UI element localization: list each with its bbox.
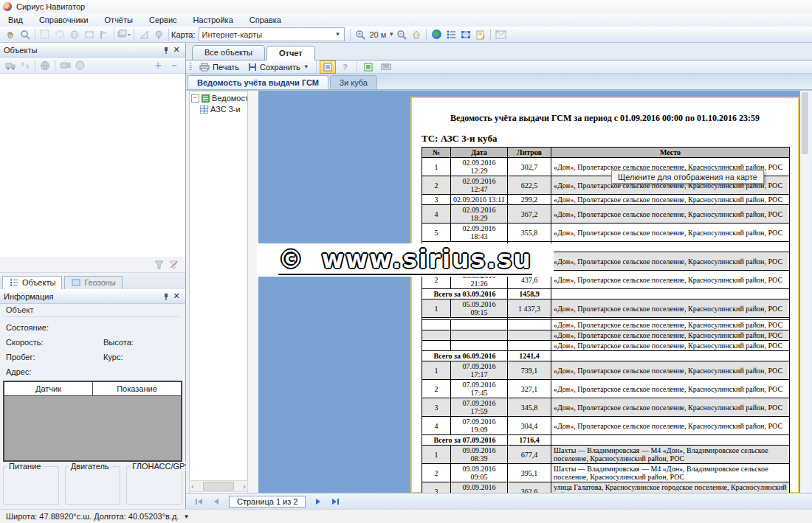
cell-num[interactable]: 2	[422, 380, 451, 398]
export-button[interactable]	[360, 60, 376, 74]
cell-date[interactable]	[451, 341, 508, 351]
objects-tree[interactable]	[0, 74, 185, 257]
cell-date[interactable]: 02.09.2016 18:29	[451, 205, 508, 224]
cell-place[interactable]: «Дон», Пролетарское сельское поселение, …	[551, 195, 790, 205]
cell-liters[interactable]: 302,7	[508, 158, 551, 176]
report-data-row[interactable]: 209.09.2016 09:05395,1Шахты — Владимиров…	[422, 464, 790, 482]
cell-liters[interactable]: 345,8	[508, 398, 551, 417]
layers-dropdown-icon[interactable]	[117, 28, 131, 41]
cell-liters[interactable]: 622,5	[508, 176, 551, 195]
home-icon[interactable]	[410, 28, 423, 41]
cell-date[interactable]: 02.09.2016 13:11	[451, 195, 508, 205]
report-data-row[interactable]: 109.09.2016 08:39677,4Шахты — Владимиров…	[422, 446, 790, 464]
report-data-row[interactable]: 105.09.2016 09:151 437,3«Дон», Пролетарс…	[422, 299, 790, 318]
cell-place[interactable]: «Дон», Пролетарское сельское поселение, …	[551, 380, 790, 398]
report-data-row[interactable]: 307.09.2016 17:59345,8«Дон», Пролетарско…	[422, 398, 790, 417]
cell-place[interactable]: Шахты — Владимировская — М4 «Дон», Влади…	[551, 464, 790, 482]
tab-geozones[interactable]: Геозоны	[64, 276, 122, 289]
zoom-in-icon[interactable]	[354, 28, 367, 41]
info-close-icon[interactable]: ✕	[171, 291, 182, 302]
cell-place[interactable]: «Дон», Пролетарское сельское поселение, …	[551, 271, 790, 289]
cell-num[interactable]: 3	[422, 195, 451, 205]
cell-place[interactable]: «Дон», Пролетарское сельское поселение, …	[551, 205, 790, 224]
cell-num[interactable]	[422, 341, 451, 351]
report-data-row[interactable]: 302.09.2016 13:11299,2«Дон», Пролетарско…	[422, 195, 790, 205]
flag-icon[interactable]	[97, 28, 111, 41]
filter-clear-icon[interactable]	[167, 258, 180, 271]
cell-liters[interactable]: 327,1	[508, 380, 551, 398]
menu-help[interactable]: Справка	[241, 14, 289, 26]
tree-horizontal-scrollbar[interactable]: ‹ ›	[189, 480, 248, 492]
cell-liters[interactable]: 395,1	[508, 464, 551, 482]
cell-place[interactable]: «Дон», Пролетарское сельское поселение, …	[551, 320, 790, 330]
scroll-right-icon[interactable]: ›	[243, 482, 246, 491]
cell-place[interactable]: «Дон», Пролетарское сельское поселение, …	[551, 341, 790, 351]
cell-liters[interactable]: 362,6	[508, 482, 551, 494]
cell-date[interactable]: 09.09.2016 08:39	[451, 446, 508, 464]
geozone-icon[interactable]	[459, 28, 472, 41]
report-tree-root[interactable]: − Ведомость	[191, 94, 247, 103]
page-setup-button[interactable]	[378, 60, 394, 74]
cell-place[interactable]: «Дон», Пролетарское сельское поселение, …	[551, 361, 790, 380]
cell-place[interactable]: «Дон», Пролетарское сельское поселение, …	[551, 224, 790, 242]
cell-date[interactable]: 02.09.2016 12:47	[451, 176, 508, 195]
scale-value[interactable]: 20 м	[368, 30, 389, 39]
cell-date[interactable]: 07.09.2016 19:09	[451, 417, 508, 435]
cell-place[interactable]: Шахты — Владимировская — М4 «Дон», Влади…	[551, 446, 790, 464]
cell-date[interactable]	[451, 320, 508, 330]
cell-num[interactable]: 3	[422, 398, 451, 417]
message-icon[interactable]	[494, 28, 507, 41]
tab-report[interactable]: Отчет	[266, 46, 315, 60]
viewer-scrollbar-thumb[interactable]	[802, 92, 808, 154]
cell-num[interactable]: 2	[422, 464, 451, 482]
cell-num[interactable]	[422, 330, 451, 341]
cell-place[interactable]: «Дон», Пролетарское сельское поселение, …	[551, 330, 790, 341]
cell-date[interactable]: 07.09.2016 17:59	[451, 398, 508, 417]
coords-format-chevron-icon[interactable]: ▼	[183, 513, 189, 520]
filter-icon[interactable]	[152, 258, 165, 271]
cell-liters[interactable]	[508, 330, 551, 341]
toggle-parameters-button[interactable]	[320, 60, 336, 74]
cell-num[interactable]	[422, 320, 451, 330]
cell-date[interactable]: 07.09.2016 17:45	[451, 380, 508, 398]
cell-num[interactable]: 1	[422, 361, 451, 380]
cell-date[interactable]: 05.09.2016 09:15	[451, 299, 508, 318]
cell-date[interactable]	[451, 330, 508, 341]
scrollbar-thumb[interactable]	[203, 482, 234, 491]
menu-reports[interactable]: Отчёты	[97, 14, 141, 26]
cell-liters[interactable]	[508, 341, 551, 351]
cell-num[interactable]: 1	[422, 299, 451, 318]
report-data-row[interactable]: 502.09.2016 18:43355,8«Дон», Пролетарско…	[422, 224, 790, 242]
poi-icon[interactable]	[152, 28, 165, 41]
report-data-row[interactable]: 207.09.2016 17:45327,1«Дон», Пролетарско…	[422, 380, 790, 398]
report-data-row[interactable]: «Дон», Пролетарское сельское поселение, …	[422, 320, 790, 330]
cell-date[interactable]: 02.09.2016 18:43	[451, 224, 508, 242]
cell-liters[interactable]: 677,4	[508, 446, 551, 464]
cell-date[interactable]: 02.09.2016 12:29	[451, 158, 508, 176]
zoom-out-icon[interactable]	[395, 28, 408, 41]
ruler-icon[interactable]	[137, 28, 151, 41]
select-rect-icon[interactable]	[38, 28, 52, 41]
add-object-icon[interactable]: ＋	[150, 59, 166, 72]
notes-edit-icon[interactable]	[474, 28, 487, 41]
select-lasso-icon[interactable]	[53, 28, 66, 41]
viewer-vertical-scrollbar[interactable]	[800, 91, 810, 493]
tree-vertical-scrollbar[interactable]	[249, 91, 259, 493]
cell-liters[interactable]: 367,2	[508, 205, 551, 224]
cell-place[interactable]: «Дон», Пролетарское сельское поселение, …	[551, 417, 790, 435]
info-pin-icon[interactable]	[161, 291, 171, 302]
cell-num[interactable]: 4	[422, 417, 451, 435]
cell-num[interactable]: 1	[422, 446, 451, 464]
cell-place[interactable]: «Дон», Пролетарское сельское поселение, …	[551, 398, 790, 417]
cell-date[interactable]: 09.09.2016 09:05	[451, 464, 508, 482]
tab-report-kuba[interactable]: 3и куба	[330, 75, 377, 89]
menu-settings[interactable]: Настройка	[185, 14, 241, 26]
show-on-map-icon[interactable]	[38, 59, 52, 72]
cell-place[interactable]: «Дон», Пролетарское сельское поселение, …	[551, 299, 790, 318]
cell-num[interactable]: 3	[422, 482, 451, 494]
help-button[interactable]: ?	[337, 60, 354, 74]
internet-globe-icon[interactable]	[430, 28, 443, 41]
report-data-row[interactable]: 402.09.2016 18:29367,2«Дон», Пролетарско…	[422, 205, 790, 224]
report-data-row[interactable]: 309.09.2016 10:08362,6улица Галатова, Кр…	[422, 482, 790, 494]
menu-service[interactable]: Сервис	[141, 14, 185, 26]
